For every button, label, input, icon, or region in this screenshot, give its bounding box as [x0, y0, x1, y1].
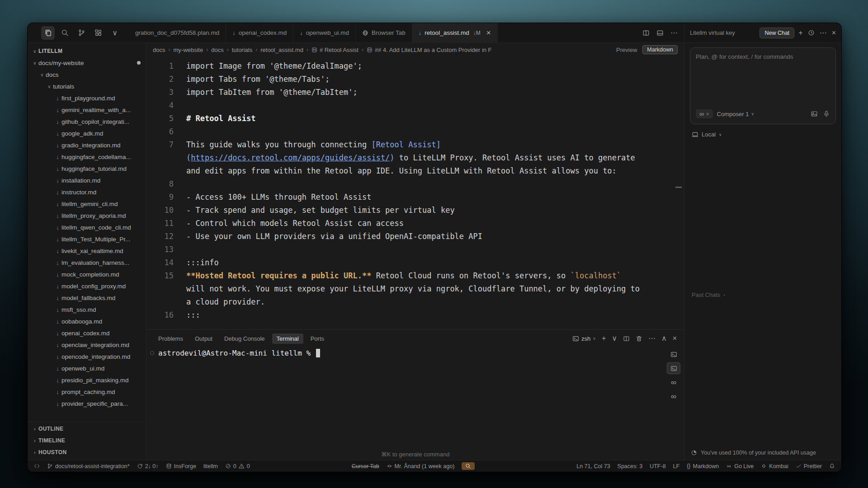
editor-tab[interactable]: ↓openweb_ui.md [293, 23, 356, 42]
chat-add-chat-button[interactable]: + [798, 29, 802, 37]
chat-close-panel-button[interactable]: × [832, 29, 836, 37]
terminal-close-panel-button[interactable]: × [673, 335, 677, 342]
status-prettier[interactable]: Prettier [796, 463, 822, 469]
more-actions-button[interactable]: ⋯ [670, 29, 678, 37]
tree-item-file[interactable]: ↓msft_sso.md [28, 304, 146, 315]
code-editor[interactable]: 1import Image from '@theme/IdealImage';2… [146, 56, 684, 329]
sidebar-section-outline[interactable]: ›OUTLINE [28, 423, 146, 435]
status-notifications[interactable] [829, 463, 835, 469]
toggle-layout-button[interactable] [656, 29, 664, 37]
split-editor-button[interactable] [642, 29, 650, 37]
terminal-split-terminal-button[interactable] [623, 335, 630, 342]
breadcrumb-item[interactable]: ## 4. Add LiteLLM as a Custom Provider i… [367, 47, 492, 53]
editor-tab[interactable]: ↓retool_assist.md↓M× [412, 23, 498, 42]
terminal-launch-profile-button[interactable]: ∨ [612, 335, 617, 342]
editor-tab[interactable]: ↓openai_codex.md [226, 23, 293, 42]
sidebar-section-timeline[interactable]: ›TIMELINE [28, 435, 146, 446]
explorer-section-header[interactable]: ∨LITELLM [28, 45, 146, 57]
tree-item-file[interactable]: ↓litellm_gemini_cli.md [28, 198, 146, 210]
status-cursor-tab[interactable]: Cursor Tab [352, 463, 379, 469]
tree-item-file[interactable]: ↓presidio_pii_masking.md [28, 374, 146, 386]
panel-tab-problems[interactable]: Problems [154, 333, 188, 344]
status-language-mode[interactable]: {}Markdown [687, 463, 719, 469]
tree-item-file[interactable]: ↓openweb_ui.md [28, 362, 146, 374]
tree-item-root-folder[interactable]: ∨docs/my-website [28, 57, 146, 69]
breadcrumb-item[interactable]: tutorials [232, 47, 253, 53]
chat-more-options-button[interactable]: ⋯ [820, 29, 827, 37]
panel-tab-terminal[interactable]: Terminal [272, 333, 303, 344]
terminal-session-4[interactable]: ∞ [667, 391, 680, 402]
status-go-live[interactable]: Go Live [726, 463, 754, 469]
tree-item-file[interactable]: ↓lm_evaluation_harness... [28, 257, 146, 268]
status-kombai[interactable]: Kombai [761, 463, 788, 469]
tree-item-file[interactable]: ↓gemini_realtime_with_a... [28, 104, 146, 116]
status-indentation[interactable]: Spaces: 3 [618, 463, 643, 469]
tree-item-file[interactable]: ↓opencode_integration.md [28, 351, 146, 362]
agent-location-selector[interactable]: Local ∨ [692, 131, 834, 138]
activity-explorer-button[interactable] [41, 26, 55, 40]
status-eol[interactable]: LF [673, 463, 680, 469]
tree-item-file[interactable]: ↓litellm_Test_Multiple_Pr... [28, 233, 146, 245]
terminal-kill-terminal-button[interactable] [636, 335, 642, 342]
status-sync[interactable]: 2↓ 0↑ [137, 463, 159, 469]
terminal-shell-select-button[interactable]: zsh∨ [572, 335, 596, 342]
tree-item-file[interactable]: ↓first_playground.md [28, 92, 146, 104]
tree-item-folder-docs[interactable]: ∨docs [28, 69, 146, 80]
status-encoding[interactable]: UTF-8 [650, 463, 665, 469]
status-litellm[interactable]: litellm [203, 463, 218, 469]
tree-item-file[interactable]: ↓litellm_proxy_aporia.md [28, 210, 146, 221]
composer-selector[interactable]: Composer 1 ∨ [717, 111, 754, 117]
tree-item-file[interactable]: ↓model_config_proxy.md [28, 280, 146, 292]
terminal-content[interactable]: astrodevil@Astro-Mac-mini litellm % [146, 347, 663, 448]
panel-tab-ports[interactable]: Ports [306, 333, 329, 344]
sidebar-section-houston[interactable]: ›HOUSTON [28, 446, 146, 458]
tree-item-file[interactable]: ↓oobabooga.md [28, 315, 146, 327]
tree-item-file[interactable]: ↓model_fallbacks.md [28, 292, 146, 304]
tree-item-file[interactable]: ↓litellm_qwen_code_cli.md [28, 221, 146, 233]
tree-item-file[interactable]: ↓provider_specific_para... [28, 398, 146, 409]
terminal-session-1[interactable] [667, 349, 680, 360]
past-chats[interactable]: Past Chats › [690, 291, 836, 298]
status-cursor-position[interactable]: Ln 71, Col 73 [576, 463, 610, 469]
breadcrumb-item[interactable]: docs [211, 47, 223, 53]
editor-tab[interactable]: gration_doc_d075fd58.plan.md [129, 23, 226, 42]
terminal-more-button[interactable]: ⋯ [648, 335, 656, 342]
editor-tab[interactable]: Browser Tab [356, 23, 412, 42]
terminal-session-3[interactable]: ∞ [667, 377, 680, 388]
close-icon[interactable]: × [486, 29, 491, 37]
activity-more-button[interactable]: ∨ [108, 26, 122, 40]
status-blame[interactable]: Mr. Ånand (1 week ago) [387, 463, 455, 469]
model-selector[interactable]: ∞ ∨ [696, 109, 713, 118]
breadcrumb-item[interactable]: my-website [173, 47, 203, 53]
activity-source-control-button[interactable] [75, 26, 88, 40]
status-remote[interactable] [34, 463, 40, 469]
tree-item-file[interactable]: ↓openclaw_integration.md [28, 339, 146, 351]
tree-item-file[interactable]: ↓google_adk.md [28, 127, 146, 139]
status-branch[interactable]: docs/retool-assist-integration* [47, 463, 130, 469]
panel-tab-output[interactable]: Output [190, 333, 217, 344]
voice-input-button[interactable] [823, 110, 830, 117]
status-insforge[interactable]: InsForge [166, 463, 196, 469]
panel-tab-debug-console[interactable]: Debug Console [220, 333, 269, 344]
tree-item-file[interactable]: ↓instructor.md [28, 186, 146, 198]
attach-image-button[interactable] [811, 110, 818, 117]
status-search[interactable] [462, 462, 475, 470]
tree-item-file[interactable]: ↓gradio_integration.md [28, 139, 146, 151]
preview-toggle[interactable]: Preview [616, 47, 637, 53]
tree-item-file[interactable]: ↓huggingface_tutorial.md [28, 163, 146, 174]
tree-item-file[interactable]: ↓openai_codex.md [28, 327, 146, 339]
activity-search-button[interactable] [58, 26, 71, 40]
tree-item-file[interactable]: ↓livekit_xai_realtime.md [28, 245, 146, 257]
breadcrumb-item[interactable]: # Retool Assist [311, 47, 359, 53]
status-problems[interactable]: 00 [225, 463, 250, 469]
tree-item-file[interactable]: ↓mock_completion.md [28, 268, 146, 280]
tree-item-file[interactable]: ↓huggingface_codellama... [28, 151, 146, 163]
activity-extensions-button[interactable] [91, 26, 105, 40]
terminal-session-2[interactable] [667, 363, 680, 374]
breadcrumb-item[interactable]: retool_assist.md [260, 47, 303, 53]
chat-input[interactable]: Plan, @ for context, / for commands ∞ ∨ … [690, 47, 836, 124]
markdown-mode-button[interactable]: Markdown [642, 45, 678, 54]
breadcrumb-item[interactable]: docs [153, 47, 165, 53]
tree-item-file[interactable]: ↓prompt_caching.md [28, 386, 146, 398]
tree-item-file[interactable]: ↓installation.md [28, 174, 146, 186]
